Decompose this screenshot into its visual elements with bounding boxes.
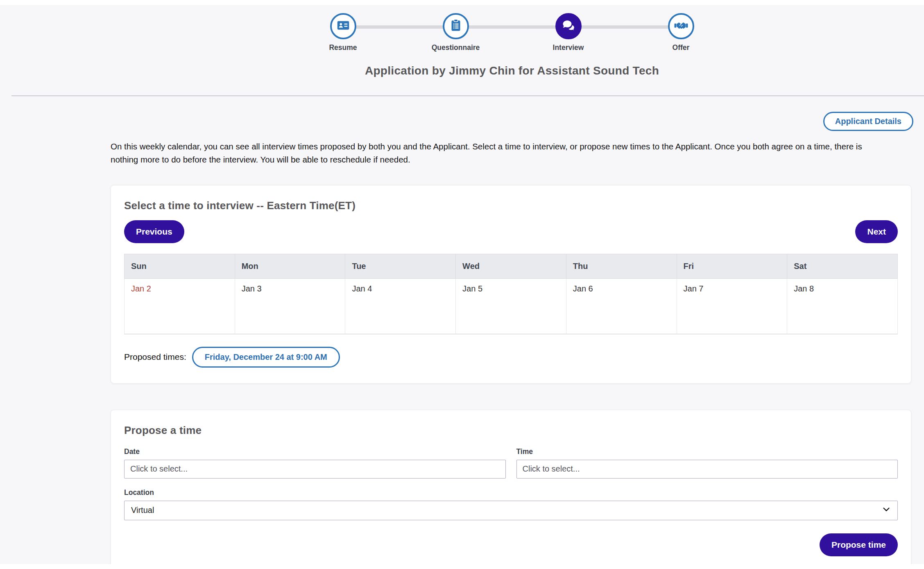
day-header-mon: Mon <box>235 254 345 279</box>
calendar-day-cell-jan3: Jan 3 <box>235 279 345 334</box>
location-selected-value: Virtual <box>131 506 154 515</box>
header-divider <box>11 95 924 96</box>
previous-week-button[interactable]: Previous <box>124 220 184 243</box>
week-calendar-table: Sun Mon Tue Wed Thu Fri Sat Jan 2 Jan 3 … <box>124 254 898 334</box>
step-resume[interactable]: Resume <box>287 13 399 52</box>
chat-icon <box>561 18 576 34</box>
day-header-wed: Wed <box>456 254 566 279</box>
step-questionnaire-circle <box>443 13 469 39</box>
step-offer[interactable]: Offer <box>625 13 737 52</box>
day-header-row: Sun Mon Tue Wed Thu Fri Sat <box>125 254 898 279</box>
application-header: Resume Questionnaire <box>287 5 737 77</box>
calendar-day-cell-jan5: Jan 5 <box>456 279 566 334</box>
propose-time-button[interactable]: Propose time <box>820 533 898 556</box>
step-offer-label: Offer <box>673 43 690 52</box>
day-header-fri: Fri <box>677 254 787 279</box>
time-label: Time <box>516 447 898 456</box>
step-interview[interactable]: Interview <box>512 13 625 52</box>
bottom-strip <box>0 564 924 569</box>
propose-card-title: Propose a time <box>124 424 898 437</box>
handshake-icon <box>674 18 688 34</box>
progress-stepper: Resume Questionnaire <box>287 13 737 52</box>
id-card-icon <box>336 18 351 34</box>
step-interview-circle <box>555 13 582 39</box>
calendar-day-cell-jan8: Jan 8 <box>787 279 898 334</box>
step-offer-circle <box>668 13 694 39</box>
next-week-button[interactable]: Next <box>855 220 898 243</box>
calendar-day-cell-jan4: Jan 4 <box>345 279 456 334</box>
date-input[interactable] <box>124 460 506 479</box>
time-field: Time <box>516 447 898 479</box>
chevron-down-icon <box>882 505 891 516</box>
day-header-tue: Tue <box>345 254 456 279</box>
calendar-card-title: Select a time to interview -- Eastern Ti… <box>124 199 898 212</box>
step-questionnaire[interactable]: Questionnaire <box>399 13 512 52</box>
clipboard-icon <box>448 18 463 34</box>
date-field: Date <box>124 447 506 479</box>
step-resume-circle <box>330 13 356 39</box>
propose-time-card: Propose a time Date Time Location Virtua… <box>111 410 911 569</box>
day-header-thu: Thu <box>566 254 677 279</box>
top-strip <box>0 0 924 5</box>
location-field: Location Virtual <box>124 488 898 520</box>
applicant-details-button[interactable]: Applicant Details <box>823 112 913 131</box>
location-select[interactable]: Virtual <box>124 501 898 520</box>
interview-calendar-card: Select a time to interview -- Eastern Ti… <box>111 185 911 384</box>
calendar-day-cell-jan7: Jan 7 <box>677 279 787 334</box>
step-interview-label: Interview <box>553 43 584 52</box>
location-label: Location <box>124 488 898 497</box>
proposed-times-label: Proposed times: <box>124 352 186 362</box>
calendar-week-row: Jan 2 Jan 3 Jan 4 Jan 5 Jan 6 Jan 7 Jan … <box>125 279 898 334</box>
date-label: Date <box>124 447 506 456</box>
calendar-day-cell-jan6: Jan 6 <box>566 279 677 334</box>
proposed-time-pill[interactable]: Friday, December 24 at 9:00 AM <box>192 347 340 368</box>
calendar-day-cell-jan2: Jan 2 <box>125 279 235 334</box>
interview-instructions-text: On this weekly calendar, you can see all… <box>111 140 891 166</box>
step-questionnaire-label: Questionnaire <box>432 43 480 52</box>
day-header-sun: Sun <box>125 254 235 279</box>
time-input[interactable] <box>516 460 898 479</box>
step-resume-label: Resume <box>329 43 357 52</box>
page-title: Application by Jimmy Chin for Assistant … <box>287 64 737 77</box>
day-header-sat: Sat <box>787 254 898 279</box>
